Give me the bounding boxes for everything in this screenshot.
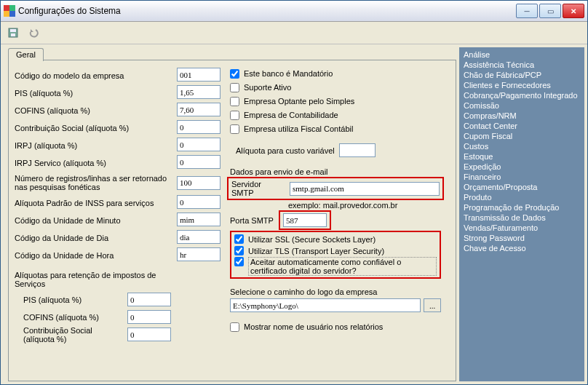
svg-rect-2 — [11, 33, 15, 36]
close-button[interactable]: ✕ — [563, 4, 584, 18]
tab-geral[interactable]: Geral — [8, 48, 44, 61]
input-contrib-social[interactable] — [177, 120, 220, 134]
window-title: Configurações do Sistema — [18, 6, 516, 16]
sidebar-item[interactable]: Programação de Produção — [464, 203, 580, 212]
label-cod-dia: Código da Unidade de Dia — [15, 230, 171, 245]
sidebar-item[interactable]: Análise — [464, 50, 580, 59]
window: Configurações do Sistema ─ ▭ ✕ Geral Cód… — [0, 0, 588, 385]
sidebar-item[interactable]: Assistência Técnica — [464, 60, 580, 69]
label-cod-minuto: Código da Unidade de Minuto — [15, 213, 171, 228]
undo-icon[interactable] — [25, 25, 41, 41]
input-porta-smtp[interactable] — [283, 213, 327, 227]
sidebar-item[interactable]: Cupom Fiscal — [464, 132, 580, 140]
input-pis[interactable] — [177, 85, 220, 99]
input-logo-path[interactable] — [230, 298, 421, 312]
checkbox-mostrar-nome[interactable] — [230, 322, 239, 332]
label-aceitar-cert: Aceitar automaticamente como confiável o… — [248, 257, 437, 276]
sidebar: Análise Assistência Técnica Chão de Fábr… — [459, 47, 584, 381]
label-pis: PIS (alíquota %) — [15, 85, 171, 100]
sidebar-item[interactable]: Comissão — [464, 101, 580, 110]
input-ret-contrib[interactable] — [127, 328, 171, 341]
label-use-tls: Utilizar TLS (Transport Layer Security) — [248, 247, 384, 255]
checkbox-contabilidade[interactable] — [230, 111, 239, 120]
checkbox-suporte-ativo[interactable] — [230, 83, 239, 92]
sidebar-item[interactable]: Vendas/Faturamento — [464, 223, 580, 232]
sidebar-item[interactable]: Orçamento/Proposta — [464, 183, 580, 191]
label-cofins: COFINS (alíquota %) — [15, 103, 171, 118]
input-aliq-custo[interactable] — [339, 143, 376, 157]
sidebar-item[interactable]: Transmissão de Dados — [464, 213, 580, 222]
input-ret-pis[interactable] — [127, 293, 171, 306]
input-cod-dia[interactable] — [177, 230, 220, 244]
label-fiscal-contabil: Empresa utiliza Fiscal Contábil — [244, 124, 353, 133]
client-area: Geral Código do modelo da empresa PIS (a… — [1, 44, 587, 384]
toolbar — [1, 22, 587, 44]
label-cod-hora: Código da Unidade de Hora — [15, 247, 171, 263]
input-num-registros[interactable] — [177, 176, 220, 190]
label-contabilidade: Empresa de Contabilidade — [244, 111, 338, 119]
sidebar-item[interactable]: Chão de Fábrica/PCP — [464, 71, 580, 79]
label-porta-smtp: Porta SMTP — [230, 216, 277, 225]
input-irpj[interactable] — [177, 138, 220, 151]
label-codigo-modelo: Código do modelo da empresa — [15, 68, 171, 83]
label-dados-email: Dados para envio de e-mail — [230, 167, 441, 176]
label-exemplo-smtp: exemplo: mail.provedor.com.br — [288, 201, 441, 210]
label-mostrar-nome: Mostrar nome de usuário nos relatórios — [244, 322, 383, 331]
sidebar-item[interactable]: Strong Password — [464, 234, 580, 242]
sidebar-item[interactable]: Expedição — [464, 162, 580, 171]
label-aliq-custo: Alíquota para custo variável — [236, 146, 335, 155]
checkbox-banco-mandatorio[interactable] — [230, 69, 239, 79]
app-icon — [4, 5, 15, 17]
label-ret-cofins: COFINS (alíquota %) — [23, 313, 123, 322]
label-ret-pis: PIS (alíquota %) — [23, 295, 123, 304]
input-aliq-inss[interactable] — [177, 195, 220, 209]
checkbox-optante-simples[interactable] — [230, 97, 239, 106]
input-irpj-servico[interactable] — [177, 155, 220, 169]
label-suporte-ativo: Suporte Ativo — [244, 83, 291, 92]
save-icon[interactable] — [5, 25, 21, 41]
label-irpj: IRPJ (alíquota %) — [15, 138, 171, 153]
sidebar-item[interactable]: Compras/NRM — [464, 111, 580, 120]
label-irpj-servico: IRPJ Servico (alíquota %) — [15, 155, 171, 170]
maximize-button[interactable]: ▭ — [539, 4, 561, 18]
input-cod-hora[interactable] — [177, 247, 220, 261]
input-cod-minuto[interactable] — [177, 213, 220, 226]
input-servidor-smtp[interactable] — [290, 182, 440, 196]
checkbox-aceitar-cert[interactable] — [234, 257, 244, 266]
browse-logo-button[interactable]: ... — [424, 298, 441, 312]
label-banco-mandatorio: Este banco é Mandatório — [244, 69, 333, 78]
checkbox-use-ssl[interactable] — [234, 234, 244, 244]
input-codigo-modelo[interactable] — [177, 68, 220, 82]
label-retencao-head: Alíquotas para retenção de impostos de S… — [15, 271, 171, 288]
label-ret-contrib: Contribuição Social (alíquota %) — [23, 326, 123, 344]
sidebar-item[interactable]: Cobrança/Pagamento Integrado — [464, 91, 580, 100]
input-cofins[interactable] — [177, 103, 220, 116]
checkbox-fiscal-contabil[interactable] — [230, 124, 239, 134]
tab-panel-geral: Código do modelo da empresa PIS (alíquot… — [8, 60, 456, 381]
input-ret-cofins[interactable] — [127, 310, 171, 324]
minimize-button[interactable]: ─ — [516, 4, 538, 18]
label-num-registros: Número de registros/linhas a ser retorna… — [15, 172, 171, 193]
label-sel-logo: Selecione o caminho do logo da empresa — [230, 287, 441, 296]
sidebar-item[interactable]: Contact Center — [464, 122, 580, 130]
sidebar-item[interactable]: Chave de Acesso — [464, 244, 580, 253]
label-aliq-inss: Alíquota Padrão de INSS para serviços — [15, 195, 171, 210]
sidebar-item[interactable]: Estoque — [464, 152, 580, 161]
sidebar-item[interactable]: Custos — [464, 142, 580, 151]
label-contrib-social: Contribuição Social (alíquota %) — [15, 120, 171, 135]
sidebar-item[interactable]: Financeiro — [464, 172, 580, 181]
titlebar: Configurações do Sistema ─ ▭ ✕ — [1, 1, 587, 22]
sidebar-item[interactable]: Clientes e Fornecedores — [464, 81, 580, 90]
svg-rect-1 — [10, 29, 16, 32]
sidebar-item[interactable]: Produto — [464, 193, 580, 202]
label-use-ssl: Utilizar SSL (Secure Sockets Layer) — [248, 235, 376, 244]
label-servidor-smtp: Servidor SMTP — [231, 180, 285, 197]
label-optante-simples: Empresa Optante pelo Simples — [244, 97, 354, 106]
checkbox-use-tls[interactable] — [234, 246, 244, 255]
